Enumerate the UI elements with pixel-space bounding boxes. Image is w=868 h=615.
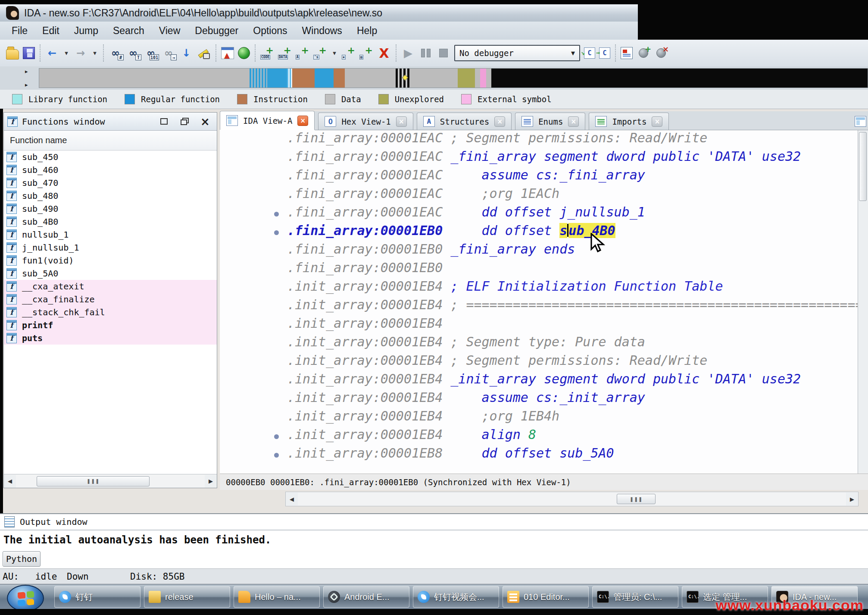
navigate-back-dropdown-icon[interactable]: ▾ — [63, 46, 70, 60]
disasm-line[interactable]: .fini_array:00001EB0 — [220, 260, 858, 279]
disasm-vertical-scrollbar[interactable] — [858, 130, 868, 474]
edit-function-icon[interactable]: ▨+ — [359, 46, 373, 60]
function-row-cxa-finalize[interactable]: f__cxa_finalize — [4, 293, 217, 306]
menu-item-search[interactable]: Search — [106, 23, 152, 38]
save-file-icon[interactable] — [23, 47, 35, 59]
taskbar-item-android[interactable]: Android E... — [323, 586, 409, 608]
edit-lock-icon[interactable] — [197, 46, 211, 60]
menu-item-file[interactable]: File — [4, 23, 35, 38]
step-over-icon[interactable]: C→ — [599, 47, 610, 59]
tab-structures[interactable]: Structures× — [417, 113, 512, 130]
disasm-line[interactable]: .fini_array:00001EB0 dd offset sub_4B0 — [220, 223, 858, 242]
disasm-line[interactable]: .init_array:00001EB4 align 8 — [220, 427, 858, 446]
pause-process-icon[interactable] — [419, 46, 433, 60]
step-into-icon[interactable]: C↘ — [584, 47, 595, 59]
navigate-back-icon[interactable]: ← — [45, 46, 59, 60]
function-row-sub-450[interactable]: fsub_450 — [4, 151, 217, 163]
disasm-line[interactable]: .init_array:00001EB4 ; =================… — [220, 297, 858, 316]
tab-close-icon[interactable]: × — [297, 116, 308, 126]
tab-close-icon[interactable]: × — [494, 116, 505, 127]
menu-item-debugger[interactable]: Debugger — [187, 23, 246, 38]
jump-to-address-icon[interactable]: ↓ — [179, 46, 193, 60]
disasm-line[interactable]: .init_array:00001EB4 ;org 1EB4h — [220, 408, 858, 427]
tab-imports[interactable]: Imports× — [589, 113, 669, 130]
start-process-icon[interactable]: ▶ — [401, 46, 415, 60]
tab-close-icon[interactable]: × — [396, 116, 407, 127]
search-text-icon[interactable]: ∞T — [126, 46, 140, 60]
function-row-sub-470[interactable]: fsub_470 — [4, 176, 217, 189]
disassembly-view[interactable]: .fini_array:00001EAC ; Segment permissio… — [220, 130, 858, 474]
tab-enums[interactable]: Enums× — [515, 113, 585, 130]
start-button[interactable] — [7, 585, 44, 612]
scrollbar-thumb[interactable] — [859, 132, 867, 201]
function-row-stack-chk-fail[interactable]: f__stack_chk_fail — [4, 306, 217, 319]
disasm-line[interactable]: .init_array:00001EB4 assume cs:_init_arr… — [220, 390, 858, 408]
tab-hex-view-1[interactable]: Hex View-1× — [318, 113, 413, 130]
make-code-icon[interactable]: CODE+ — [260, 46, 274, 60]
function-row-sub-460[interactable]: fsub_460 — [4, 163, 217, 176]
make-data-icon[interactable]: DATA+ — [278, 46, 292, 60]
stop-process-icon[interactable] — [437, 46, 450, 60]
search-immediate-icon[interactable]: ∞101 — [144, 46, 158, 60]
scroll-right-icon[interactable]: ▶ — [205, 475, 217, 488]
menu-item-windows[interactable]: Windows — [295, 23, 350, 38]
function-row-cxa-atexit[interactable]: f__cxa_atexit — [4, 280, 217, 293]
tab-close-icon[interactable]: × — [652, 116, 662, 127]
debugger-select[interactable]: No debugger▼ — [454, 45, 580, 61]
open-file-icon[interactable] — [6, 49, 19, 60]
output-window-titlebar[interactable]: Output window — [0, 514, 868, 530]
scroll-right-icon[interactable]: ▶ — [846, 493, 858, 505]
function-name-column-header[interactable]: Function name — [4, 131, 217, 151]
make-name-icon[interactable]: A+ — [296, 46, 309, 60]
function-row-printf[interactable]: fprintf — [4, 319, 217, 332]
function-row-sub-5a0[interactable]: fsub_5A0 — [4, 267, 217, 280]
breakpoint-list-icon[interactable] — [621, 47, 633, 59]
function-row-nullsub-1[interactable]: fnullsub_1 — [4, 228, 217, 241]
functions-horizontal-scrollbar[interactable]: ◀ ❚❚❚ ▶ — [4, 474, 217, 488]
scrollbar-thumb[interactable]: ❚❚❚ — [37, 476, 150, 486]
tab-close-icon[interactable]: × — [568, 116, 579, 127]
undefine-icon[interactable]: X — [377, 46, 391, 60]
functions-window-titlebar[interactable]: f Functions window × — [4, 113, 217, 131]
maximize-icon[interactable] — [156, 115, 172, 129]
restore-icon[interactable] — [176, 115, 193, 129]
taskbar-item-dingtalk[interactable]: 钉钉 — [54, 586, 141, 608]
disasm-line[interactable]: .fini_array:00001EAC assume cs:_fini_arr… — [220, 167, 858, 186]
search-next-icon[interactable]: ∞→ — [162, 46, 175, 60]
analysis-indicator-icon[interactable] — [238, 47, 250, 59]
function-row-sub-480[interactable]: fsub_480 — [4, 189, 217, 202]
scroll-left-icon[interactable]: ◀ — [4, 475, 16, 488]
disasm-line[interactable]: .fini_array:00001EAC ;org 1EACh — [220, 186, 858, 204]
taskbar-item-folder[interactable]: release — [144, 586, 230, 608]
breakpoint-add-icon[interactable]: + — [637, 46, 650, 60]
function-row-fun1-void[interactable]: ffun1(void) — [4, 254, 217, 267]
disasm-line[interactable]: .init_array:00001EB4 ; ELF Initializatio… — [220, 279, 858, 297]
menu-item-edit[interactable]: Edit — [35, 23, 67, 38]
function-row-puts[interactable]: fputs — [4, 332, 217, 345]
disasm-line[interactable]: .init_array:00001EB4 — [220, 316, 858, 334]
function-row-j-nullsub-1[interactable]: fj_nullsub_1 — [4, 241, 217, 254]
disasm-line[interactable]: .init_array:00001EB4 ; Segment type: Pur… — [220, 334, 858, 353]
menu-item-view[interactable]: View — [152, 23, 187, 38]
disasm-horizontal-scrollbar[interactable]: ◀ ❚❚❚ ▶ — [285, 492, 859, 506]
taskbar-item-video[interactable]: 钉钉视频会... — [413, 586, 499, 608]
tab-ida-view-a[interactable]: IDA View-A× — [220, 111, 315, 130]
disasm-line[interactable]: .init_array:00001EB8 dd offset sub_5A0 — [220, 446, 858, 464]
make-array-icon[interactable]: ✱+ — [342, 46, 356, 60]
scroll-left-icon[interactable]: ◀ — [286, 493, 298, 505]
navigate-forward-dropdown-icon[interactable]: ▾ — [91, 46, 98, 60]
scrollbar-thumb[interactable]: ❚❚❚ — [617, 494, 656, 504]
analysis-warning-icon[interactable] — [221, 47, 234, 59]
menu-item-help[interactable]: Help — [350, 23, 384, 38]
taskbar-item-hello[interactable]: Hello – na... — [234, 586, 320, 608]
taskbar-item-cmd[interactable]: 管理员: C:\... — [592, 586, 678, 608]
disasm-line[interactable]: .fini_array:00001EAC _fini_array segment… — [220, 149, 858, 167]
disasm-line[interactable]: .init_array:00001EB4 ; Segment permissio… — [220, 353, 858, 371]
search-binary-icon[interactable]: ∞# — [109, 46, 122, 60]
breakpoint-del-icon[interactable]: × — [654, 46, 668, 60]
make-string-icon[interactable]: 's+ — [313, 46, 327, 60]
disasm-line[interactable]: .init_array:00001EB4 _init_array segment… — [220, 371, 858, 390]
disasm-line[interactable]: .fini_array:00001EAC ; Segment permissio… — [220, 130, 858, 149]
disasm-line[interactable]: .fini_array:00001EB0 _fini_array ends — [220, 242, 858, 260]
navigate-forward-icon[interactable]: → — [74, 46, 87, 60]
